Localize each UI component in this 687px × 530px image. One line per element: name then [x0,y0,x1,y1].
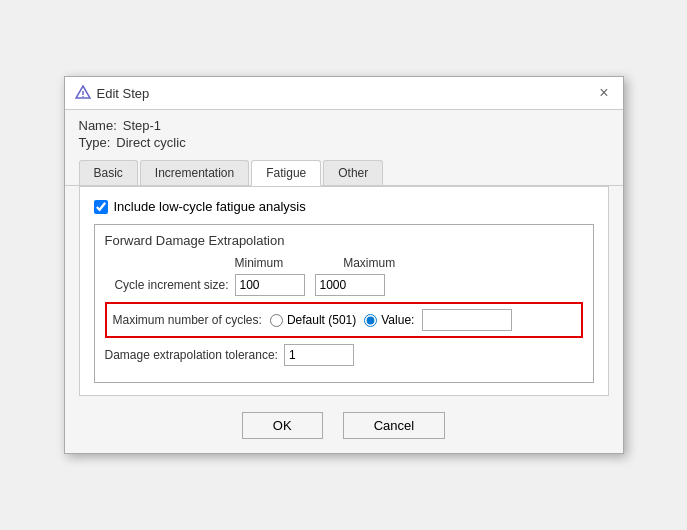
tab-fatigue[interactable]: Fatigue [251,160,321,186]
dialog-body: Include low-cycle fatigue analysis Forwa… [79,186,609,396]
ok-button[interactable]: OK [242,412,323,439]
title-bar: Edit Step × [65,77,623,110]
column-headers: Minimum Maximum [235,256,583,270]
max-cycles-radio-group: Default (501) Value: [270,309,513,331]
damage-tolerance-row: Damage extrapolation tolerance: [105,344,583,366]
dialog-footer: OK Cancel [65,396,623,453]
title-bar-left: Edit Step [75,85,150,101]
close-button[interactable]: × [595,85,612,101]
max-cycles-value-input[interactable] [422,309,512,331]
cycle-increment-row: Cycle increment size: [105,274,583,296]
radio-default-label: Default (501) [287,313,356,327]
max-cycles-row: Maximum number of cycles: Default (501) … [105,302,583,338]
name-value: Step-1 [123,118,161,133]
forward-damage-group: Forward Damage Extrapolation Minimum Max… [94,224,594,383]
type-label: Type: [79,135,111,150]
name-row: Name: Step-1 [79,118,609,133]
name-label: Name: [79,118,117,133]
radio-default-input[interactable] [270,314,283,327]
damage-tolerance-label: Damage extrapolation tolerance: [105,348,284,362]
radio-value-label: Value: [381,313,414,327]
info-section: Name: Step-1 Type: Direct cyclic [65,110,623,156]
fatigue-checkbox-label: Include low-cycle fatigue analysis [114,199,306,214]
col-min-header: Minimum [235,256,284,270]
max-cycles-label: Maximum number of cycles: [113,313,262,327]
radio-value-option[interactable]: Value: [364,313,414,327]
tab-other[interactable]: Other [323,160,383,185]
radio-default-option[interactable]: Default (501) [270,313,356,327]
cancel-button[interactable]: Cancel [343,412,445,439]
cycle-increment-max-input[interactable] [315,274,385,296]
fatigue-checkbox-row: Include low-cycle fatigue analysis [94,199,594,214]
radio-value-input[interactable] [364,314,377,327]
fatigue-checkbox[interactable] [94,200,108,214]
edit-step-dialog: Edit Step × Name: Step-1 Type: Direct cy… [64,76,624,454]
type-row: Type: Direct cyclic [79,135,609,150]
damage-tolerance-input[interactable] [284,344,354,366]
col-max-header: Maximum [343,256,395,270]
group-title: Forward Damage Extrapolation [105,233,583,248]
dialog-title: Edit Step [97,86,150,101]
tab-incrementation[interactable]: Incrementation [140,160,249,185]
cycle-increment-min-input[interactable] [235,274,305,296]
cycle-increment-label: Cycle increment size: [105,278,235,292]
tabs-bar: Basic Incrementation Fatigue Other [65,156,623,186]
tab-basic[interactable]: Basic [79,160,138,185]
svg-point-2 [82,96,83,97]
dialog-icon [75,85,91,101]
type-value: Direct cyclic [116,135,185,150]
